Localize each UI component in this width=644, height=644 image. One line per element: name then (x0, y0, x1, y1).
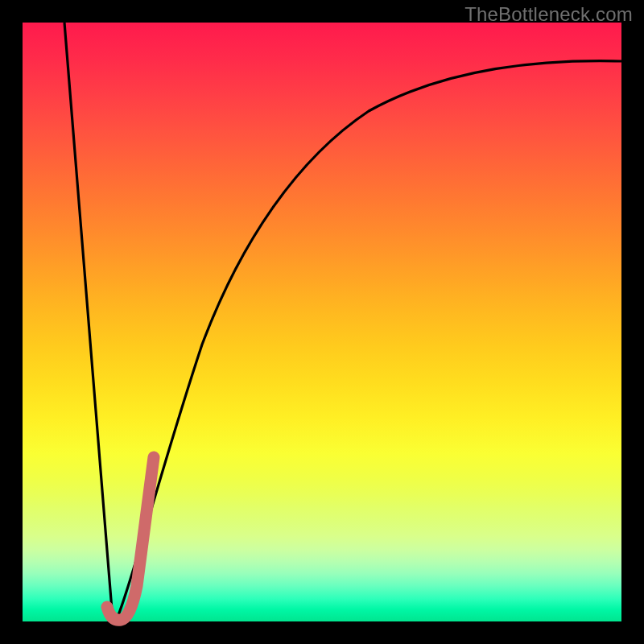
watermark-text: TheBottleneck.com (464, 3, 633, 26)
chart-svg (23, 23, 621, 621)
chart-frame: TheBottleneck.com (0, 0, 644, 644)
plot-area (23, 23, 621, 621)
optimal-range-marker (107, 457, 154, 620)
